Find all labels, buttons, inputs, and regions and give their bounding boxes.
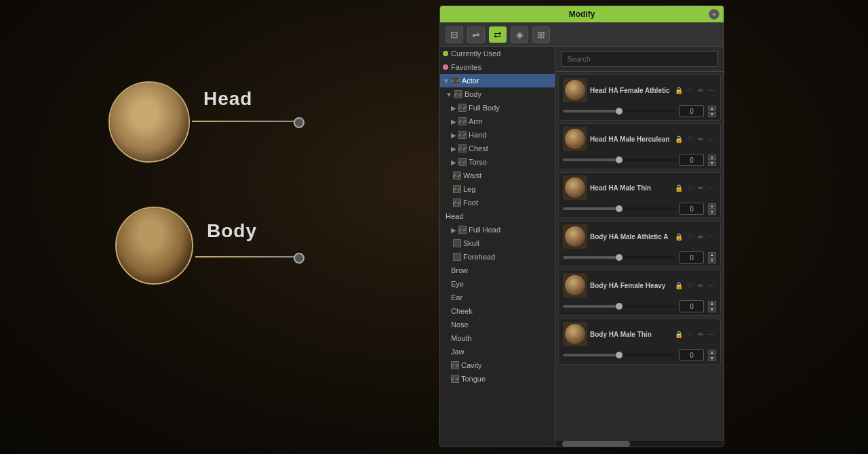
morph-lock-btn[interactable]: 🔒 xyxy=(674,85,684,95)
tree-body-expand: ▼ xyxy=(446,91,452,98)
morph-actions: 🔒 ♡ ✏ ⋯ xyxy=(674,134,716,144)
morph-spin-down[interactable]: ▼ xyxy=(708,356,716,361)
morph-item-header: Body HA Female Heavy 🔒 ♡ ✏ ⋯ xyxy=(563,273,716,297)
morph-fav-btn[interactable]: ♡ xyxy=(685,329,694,339)
morph-slider[interactable] xyxy=(563,110,675,112)
tree-fullhead-label: Full Head xyxy=(469,226,500,234)
morph-lock-btn[interactable]: 🔒 xyxy=(674,183,684,192)
tree-ear[interactable]: Ear xyxy=(440,291,555,304)
search-input[interactable] xyxy=(561,51,718,67)
body-thumbnail xyxy=(117,208,192,283)
tree-hand[interactable]: ▶ ✓ Hand xyxy=(440,128,555,142)
morph-spin-up[interactable]: ▲ xyxy=(708,252,716,257)
tree-cavity[interactable]: ✓ Cavity xyxy=(440,358,555,372)
tree-hand-check[interactable]: ✓ xyxy=(458,131,467,139)
tree-mouth[interactable]: Mouth xyxy=(440,331,555,345)
morph-lock-btn[interactable]: 🔒 xyxy=(674,281,684,290)
tree-foot-check[interactable]: ✓ xyxy=(453,199,461,207)
morph-edit-btn[interactable]: ✏ xyxy=(696,183,705,192)
tree-leg-check[interactable]: ✓ xyxy=(453,185,461,193)
tree-body[interactable]: ▼ ✓ Body xyxy=(440,87,555,101)
tree-arm[interactable]: ▶ ✓ Arm xyxy=(440,115,555,128)
tree-skull[interactable]: Skull xyxy=(440,236,555,250)
tree-torso-check[interactable]: ✓ xyxy=(458,158,467,166)
morph-edit-btn[interactable]: ✏ xyxy=(696,232,705,241)
tree-forehead-check[interactable] xyxy=(453,253,461,261)
morph-spin-up[interactable]: ▲ xyxy=(708,154,716,160)
morph-more-btn[interactable]: ⋯ xyxy=(707,85,716,95)
toolbar-morph[interactable]: ⇄ xyxy=(489,26,507,43)
tree-actor-check[interactable]: ✓ xyxy=(452,77,460,85)
tree-brow[interactable]: Brow xyxy=(440,264,555,277)
tree-chest[interactable]: ▶ ✓ Chest xyxy=(440,142,555,155)
tree-waist-check[interactable]: ✓ xyxy=(453,171,461,180)
toolbar-render[interactable]: ⊞ xyxy=(532,26,550,43)
morph-spin-down[interactable]: ▼ xyxy=(708,161,716,166)
tree-tongue[interactable]: ✓ Tongue xyxy=(440,372,555,386)
tree-fullbody[interactable]: ▶ ✓ Full Body xyxy=(440,101,555,115)
tree-fullhead[interactable]: ▶ ✓ Full Head xyxy=(440,223,555,236)
scrollbar-thumb[interactable] xyxy=(562,441,630,447)
morph-more-btn[interactable]: ⋯ xyxy=(707,329,716,339)
morph-slider[interactable] xyxy=(563,207,675,210)
morph-fav-btn[interactable]: ♡ xyxy=(685,134,694,144)
morph-thumb xyxy=(563,273,587,297)
morph-more-btn[interactable]: ⋯ xyxy=(707,183,716,192)
tree-body-check[interactable]: ✓ xyxy=(454,90,462,98)
morph-fav-btn[interactable]: ♡ xyxy=(685,281,694,290)
tree-nose[interactable]: Nose xyxy=(440,318,555,331)
morph-slider[interactable] xyxy=(563,256,675,259)
tree-fullhead-check[interactable]: ✓ xyxy=(458,226,467,234)
morph-spin-up[interactable]: ▲ xyxy=(708,301,716,306)
morph-lock-btn[interactable]: 🔒 xyxy=(674,329,684,339)
tree-jaw[interactable]: Jaw xyxy=(440,345,555,358)
morph-lock-btn[interactable]: 🔒 xyxy=(674,232,684,241)
morph-more-btn[interactable]: ⋯ xyxy=(707,232,716,241)
morph-fav-btn[interactable]: ♡ xyxy=(685,232,694,241)
tree-arm-check[interactable]: ✓ xyxy=(458,117,467,125)
morph-spin-down[interactable]: ▼ xyxy=(708,112,716,117)
toolbar-materials[interactable]: ◈ xyxy=(511,26,528,43)
morph-spin-up[interactable]: ▲ xyxy=(708,203,716,209)
horizontal-scrollbar[interactable] xyxy=(555,440,724,447)
morph-slider[interactable] xyxy=(563,354,675,356)
tree-skull-check[interactable] xyxy=(453,239,461,247)
morph-spin-down[interactable]: ▼ xyxy=(708,307,716,312)
morph-slider[interactable] xyxy=(563,305,675,308)
tree-actor[interactable]: ▼ ✓ Actor xyxy=(440,74,555,87)
toolbar-parameters[interactable]: ⊟ xyxy=(446,26,463,43)
morph-slider[interactable] xyxy=(563,159,675,161)
morph-more-btn[interactable]: ⋯ xyxy=(707,281,716,290)
morph-spin-down[interactable]: ▼ xyxy=(708,258,716,264)
tree-eye[interactable]: Eye xyxy=(440,277,555,291)
morph-more-btn[interactable]: ⋯ xyxy=(707,134,716,144)
morph-edit-btn[interactable]: ✏ xyxy=(696,134,705,144)
tree-fullbody-check[interactable]: ✓ xyxy=(458,104,467,112)
tree-chest-check[interactable]: ✓ xyxy=(458,144,467,152)
tree-cavity-check[interactable]: ✓ xyxy=(451,361,459,369)
morph-spin-down[interactable]: ▼ xyxy=(708,209,716,215)
morph-lock-btn[interactable]: 🔒 xyxy=(674,134,684,144)
morph-spin-up[interactable]: ▲ xyxy=(708,350,716,355)
tree-torso-label: Torso xyxy=(469,158,487,166)
morph-edit-btn[interactable]: ✏ xyxy=(696,281,705,290)
tree-waist[interactable]: ✓ Waist xyxy=(440,169,555,182)
morph-fav-btn[interactable]: ♡ xyxy=(685,85,694,95)
close-button[interactable]: × xyxy=(709,9,719,20)
tree-tongue-check[interactable]: ✓ xyxy=(451,375,459,383)
tree-currently-used[interactable]: Currently Used xyxy=(440,47,555,60)
right-panel: Head HA Female Athletic 🔒 ♡ ✏ ⋯ xyxy=(555,47,724,447)
tree-cheek[interactable]: Cheek xyxy=(440,304,555,318)
tree-leg[interactable]: ✓ Leg xyxy=(440,182,555,196)
tree-forehead[interactable]: Forehead xyxy=(440,250,555,264)
tree-arm-expand: ▶ xyxy=(451,118,456,125)
tree-head-section[interactable]: Head xyxy=(440,209,555,223)
toolbar-pose[interactable]: ⇌ xyxy=(467,26,485,43)
morph-edit-btn[interactable]: ✏ xyxy=(696,85,705,95)
morph-edit-btn[interactable]: ✏ xyxy=(696,329,705,339)
tree-favorites[interactable]: Favorites xyxy=(440,60,555,74)
morph-fav-btn[interactable]: ♡ xyxy=(685,183,694,192)
tree-foot[interactable]: ✓ Foot xyxy=(440,196,555,209)
morph-spin-up[interactable]: ▲ xyxy=(708,106,716,111)
tree-torso[interactable]: ▶ ✓ Torso xyxy=(440,155,555,169)
